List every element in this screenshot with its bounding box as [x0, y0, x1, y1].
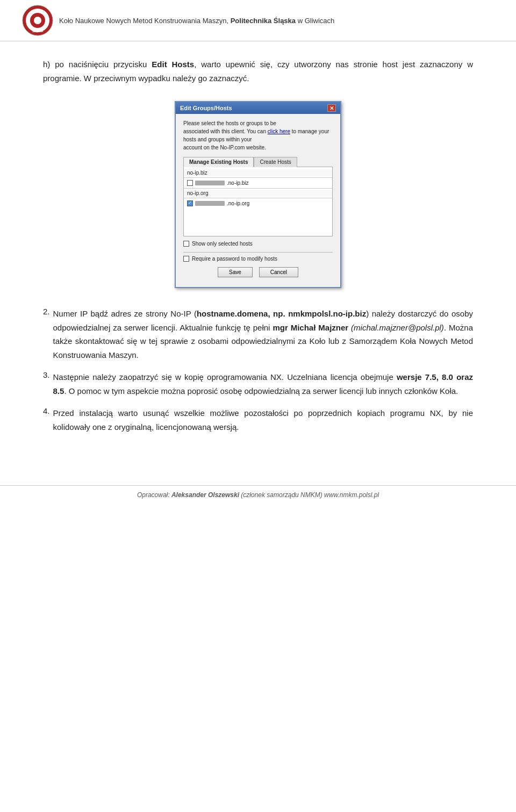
separator-3 — [184, 198, 332, 198]
host-item-2[interactable]: .no-ip.org — [184, 199, 332, 207]
footer-pre: Opracował: — [137, 491, 171, 499]
password-row: Require a password to modify hosts — [183, 256, 333, 262]
host-2-domain: .no-ip.org — [227, 200, 249, 206]
section-4-text: Przed instalacją warto usunąć wszelkie m… — [53, 406, 473, 434]
host-item-1[interactable]: .no-ip.biz — [184, 179, 332, 187]
dialog-desc-line4: account on the No-IP.com website. — [183, 145, 266, 150]
section-3: 3. Następnie należy zaopatrzyć się w kop… — [43, 370, 473, 398]
intro-bold: Edit Hosts — [152, 60, 194, 69]
separator-2 — [184, 188, 332, 189]
show-selected-row: Show only selected hosts — [183, 241, 333, 247]
dialog-description: Please select the hosts or groups to be … — [183, 119, 333, 152]
dialog-tabs: Manage Existing Hosts Create Hosts — [183, 157, 333, 167]
host-group-2-label: no-ip.org — [184, 190, 332, 197]
section2-italic: (michal.majzner@polsl.pl) — [348, 323, 444, 332]
password-label: Require a password to modify hosts — [192, 256, 277, 262]
section-2: 2. Numer IP bądź adres ze strony No-IP (… — [43, 307, 473, 362]
dialog-body: Please select the hosts or groups to be … — [176, 114, 340, 287]
edit-groups-hosts-dialog: Edit Groups/Hosts ✕ Please select the ho… — [175, 101, 341, 288]
host-2-blurred-text — [195, 201, 225, 206]
separator-1 — [184, 177, 332, 178]
tab-create-hosts[interactable]: Create Hosts — [254, 157, 297, 167]
section2-pre: Numer IP bądź adres ze strony No-IP ( — [53, 309, 197, 318]
cancel-button[interactable]: Cancel — [259, 267, 298, 277]
header-org-name: Koło Naukowe Nowych Metod Konstruowania … — [59, 17, 231, 25]
dialog-desc-line1: Please select the hosts or groups to be — [183, 120, 276, 126]
dialog-titlebar: Edit Groups/Hosts ✕ — [176, 102, 340, 114]
dialog-close-button[interactable]: ✕ — [327, 104, 336, 112]
svg-text:POLI: POLI — [34, 9, 41, 12]
host-group-1-label: no-ip.biz — [184, 169, 332, 176]
footer-end: (członek samorządu NMKM) www.nmkm.polsl.… — [239, 491, 379, 499]
host-listbox: no-ip.biz .no-ip.biz no-ip.org .no-ip — [183, 167, 333, 236]
footer-bold: Aleksander Olszewski — [171, 491, 239, 499]
header-org-bold: Politechnika Śląska — [231, 17, 296, 25]
host-1-checkbox[interactable] — [187, 180, 193, 186]
page-footer: Opracował: Aleksander Olszewski (członek… — [0, 485, 516, 504]
section-3-number: 3. — [43, 370, 50, 379]
page-header: POLI ŚLĄSKA Koło Naukowe Nowych Metod Ko… — [0, 0, 516, 41]
section3-pre: Następnie należy zaopatrzyć się w kopię … — [53, 372, 397, 382]
dialog-buttons: Save Cancel — [183, 267, 333, 282]
section-4: 4. Przed instalacją warto usunąć wszelki… — [43, 406, 473, 434]
logo-icon: POLI ŚLĄSKA — [22, 4, 54, 37]
dialog-wrapper: Edit Groups/Hosts ✕ Please select the ho… — [43, 101, 473, 288]
header-org-suffix: w Gliwicach — [296, 17, 334, 25]
show-selected-label: Show only selected hosts — [192, 241, 253, 247]
dialog-desc-line2: associated with this client. You can — [183, 128, 268, 134]
dialog-title: Edit Groups/Hosts — [180, 105, 232, 111]
show-selected-checkbox[interactable] — [183, 241, 189, 247]
tab-manage-existing-hosts[interactable]: Manage Existing Hosts — [183, 157, 254, 167]
host-2-checkbox[interactable] — [187, 200, 193, 206]
dialog-divider — [183, 252, 333, 253]
intro-text-pre: h) po naciśnięciu przycisku — [43, 60, 152, 69]
section2-bold1: hostname.domena, np. nmkmpolsl.no-ip.biz — [197, 309, 366, 318]
section-2-number: 2. — [43, 307, 50, 316]
header-org-text: Koło Naukowe Nowych Metod Konstruowania … — [59, 17, 334, 25]
section3-end: . O pomoc w tym aspekcie można poprosić … — [64, 386, 458, 396]
section-3-text: Następnie należy zaopatrzyć się w kopię … — [53, 370, 473, 398]
section-4-number: 4. — [43, 406, 50, 415]
main-content: h) po naciśnięciu przycisku Edit Hosts, … — [0, 41, 516, 464]
intro-paragraph: h) po naciśnięciu przycisku Edit Hosts, … — [43, 58, 473, 85]
svg-text:ŚLĄSKA: ŚLĄSKA — [32, 30, 44, 33]
section-2-text: Numer IP bądź adres ze strony No-IP (hos… — [53, 307, 473, 362]
host-1-domain: .no-ip.biz — [227, 180, 249, 186]
password-checkbox[interactable] — [183, 256, 189, 262]
click-here-link[interactable]: click here — [268, 128, 290, 134]
svg-point-3 — [34, 17, 41, 24]
section2-bold2: mgr Michał Majzner — [273, 323, 348, 332]
save-button[interactable]: Save — [218, 267, 253, 277]
host-1-blurred-text — [195, 181, 225, 185]
